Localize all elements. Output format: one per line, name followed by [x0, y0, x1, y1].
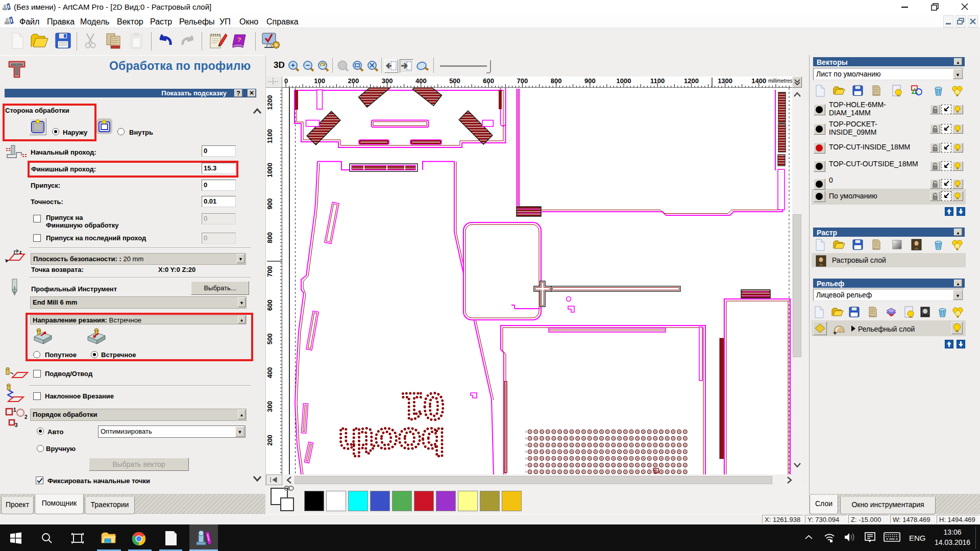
svg-text:700: 700	[266, 266, 274, 277]
svg-text:1400: 1400	[751, 77, 766, 85]
svg-text:300: 300	[382, 77, 393, 85]
svg-text:0: 0	[284, 77, 288, 85]
svg-text:200: 200	[266, 435, 274, 446]
svg-text:booth: booth	[338, 420, 445, 463]
svg-text:1000: 1000	[617, 77, 631, 85]
svg-text:1200: 1200	[266, 95, 274, 110]
svg-text:1300: 1300	[718, 77, 732, 85]
svg-text:millimetres: millimetres	[768, 78, 792, 84]
svg-text:2: 2	[24, 414, 28, 420]
svg-text:900: 900	[266, 198, 274, 210]
svg-text:1100: 1100	[266, 129, 274, 143]
svg-text:+: +	[833, 329, 837, 336]
svg-text:100: 100	[314, 77, 325, 85]
svg-text:1000: 1000	[266, 163, 274, 178]
svg-text:500: 500	[266, 334, 274, 345]
svg-text:600: 600	[266, 299, 274, 311]
svg-text:400: 400	[266, 367, 274, 379]
svg-text:800: 800	[551, 77, 562, 85]
svg-text:3: 3	[15, 422, 18, 428]
svg-text:900: 900	[584, 77, 596, 85]
svg-text:500: 500	[449, 77, 460, 85]
svg-text:600: 600	[483, 77, 494, 85]
svg-text:800: 800	[266, 232, 274, 243]
svg-text:1100: 1100	[650, 77, 665, 85]
svg-text:1200: 1200	[684, 77, 699, 85]
svg-text:400: 400	[415, 77, 427, 85]
svg-text:300: 300	[266, 401, 274, 412]
svg-text:200: 200	[348, 77, 359, 85]
svg-text:700: 700	[517, 77, 528, 85]
svg-text:z: z	[19, 249, 22, 255]
svg-text:1: 1	[13, 407, 16, 413]
